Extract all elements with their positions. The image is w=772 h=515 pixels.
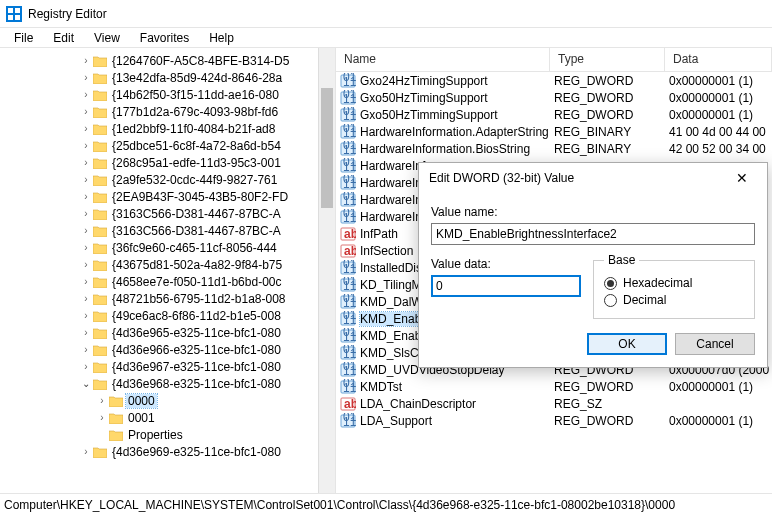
tree-item[interactable]: ›0000	[0, 392, 335, 409]
chevron-right-icon[interactable]: ›	[80, 259, 92, 270]
folder-icon	[108, 394, 124, 408]
value-name-input[interactable]	[431, 223, 755, 245]
menu-view[interactable]: View	[84, 29, 130, 47]
radio-hexadecimal[interactable]: Hexadecimal	[604, 276, 744, 290]
tree-item[interactable]: ›{2a9fe532-0cdc-44f9-9827-761	[0, 171, 335, 188]
chevron-right-icon[interactable]: ›	[80, 174, 92, 185]
value-row[interactable]: 011110Gxo50HzTimingSupportREG_DWORD0x000…	[336, 89, 772, 106]
tree-item[interactable]: ›{25dbce51-6c8f-4a72-8a6d-b54	[0, 137, 335, 154]
chevron-right-icon[interactable]: ›	[80, 242, 92, 253]
chevron-right-icon[interactable]: ›	[96, 412, 108, 423]
tree-item[interactable]: ›{3163C566-D381-4467-87BC-A	[0, 222, 335, 239]
chevron-right-icon[interactable]: ›	[96, 395, 108, 406]
tree-item[interactable]: ›{4d36e966-e325-11ce-bfc1-080	[0, 341, 335, 358]
tree-item[interactable]: ›{43675d81-502a-4a82-9f84-b75	[0, 256, 335, 273]
tree-item[interactable]: ›{4d36e969-e325-11ce-bfc1-080	[0, 443, 335, 460]
folder-icon	[92, 275, 108, 289]
value-name: HardwareInformation.AdapterString	[360, 125, 549, 139]
chevron-right-icon[interactable]: ›	[80, 157, 92, 168]
value-data: 0x00000001 (1)	[665, 414, 772, 428]
folder-icon	[108, 411, 124, 425]
value-data: 0x00000001 (1)	[665, 380, 772, 394]
statusbar: Computer\HKEY_LOCAL_MACHINE\SYSTEM\Contr…	[0, 493, 772, 515]
binary-value-icon: 011110	[340, 328, 356, 344]
tree-item[interactable]: ›{36fc9e60-c465-11cf-8056-444	[0, 239, 335, 256]
chevron-right-icon[interactable]: ›	[80, 55, 92, 66]
tree-pane[interactable]: ›{1264760F-A5C8-4BFE-B314-D5›{13e42dfa-8…	[0, 48, 336, 493]
value-row[interactable]: 011110LDA_SupportREG_DWORD0x00000001 (1)	[336, 412, 772, 429]
tree-item[interactable]: ›{2EA9B43F-3045-43B5-80F2-FD	[0, 188, 335, 205]
radio-decimal[interactable]: Decimal	[604, 293, 744, 307]
tree-item[interactable]: ›{4d36e965-e325-11ce-bfc1-080	[0, 324, 335, 341]
radio-label-dec: Decimal	[623, 293, 666, 307]
chevron-right-icon[interactable]: ›	[80, 276, 92, 287]
menu-help[interactable]: Help	[199, 29, 244, 47]
tree-item[interactable]: ›{14b62f50-3f15-11dd-ae16-080	[0, 86, 335, 103]
tree-item[interactable]: Properties	[0, 426, 335, 443]
value-row[interactable]: abLDA_ChainDescriptorREG_SZ	[336, 395, 772, 412]
chevron-right-icon[interactable]: ›	[80, 225, 92, 236]
binary-value-icon: 011110	[340, 107, 356, 123]
chevron-right-icon[interactable]: ›	[80, 344, 92, 355]
binary-value-icon: 011110	[340, 141, 356, 157]
chevron-right-icon[interactable]: ›	[80, 106, 92, 117]
chevron-right-icon[interactable]: ›	[80, 293, 92, 304]
folder-icon	[92, 241, 108, 255]
col-header-type[interactable]: Type	[550, 48, 665, 71]
tree-item[interactable]: ›{4d36e967-e325-11ce-bfc1-080	[0, 358, 335, 375]
menu-file[interactable]: File	[4, 29, 43, 47]
value-row[interactable]: 011110Gxo50HzTimmingSupportREG_DWORD0x00…	[336, 106, 772, 123]
menu-edit[interactable]: Edit	[43, 29, 84, 47]
radio-icon	[604, 294, 617, 307]
chevron-right-icon[interactable]: ›	[80, 327, 92, 338]
chevron-right-icon[interactable]: ›	[80, 72, 92, 83]
value-data-label: Value data:	[431, 257, 581, 271]
col-header-name[interactable]: Name	[336, 48, 550, 71]
chevron-right-icon[interactable]: ›	[80, 140, 92, 151]
scroll-thumb[interactable]	[321, 88, 333, 208]
tree-item[interactable]: ⌄{4d36e968-e325-11ce-bfc1-080	[0, 375, 335, 392]
chevron-right-icon[interactable]: ›	[80, 310, 92, 321]
tree-item[interactable]: ›{49ce6ac8-6f86-11d2-b1e5-008	[0, 307, 335, 324]
tree-item[interactable]: ›{1ed2bbf9-11f0-4084-b21f-ad8	[0, 120, 335, 137]
value-row[interactable]: 011110HardwareInformation.BiosStringREG_…	[336, 140, 772, 157]
tree-item-label: {25dbce51-6c8f-4a72-8a6d-b54	[110, 139, 283, 153]
chevron-right-icon[interactable]: ›	[80, 89, 92, 100]
value-type: REG_DWORD	[550, 108, 665, 122]
tree-item[interactable]: ›{13e42dfa-85d9-424d-8646-28a	[0, 69, 335, 86]
svg-text:110: 110	[343, 194, 356, 208]
ok-button[interactable]: OK	[587, 333, 667, 355]
value-data: 41 00 4d 00 44 00	[665, 125, 772, 139]
edit-dword-dialog: Edit DWORD (32-bit) Value ✕ Value name: …	[418, 162, 768, 368]
menu-favorites[interactable]: Favorites	[130, 29, 199, 47]
folder-icon	[92, 445, 108, 459]
tree-item[interactable]: ›{48721b56-6795-11d2-b1a8-008	[0, 290, 335, 307]
chevron-right-icon[interactable]: ›	[80, 208, 92, 219]
tree-scrollbar[interactable]	[318, 48, 335, 493]
folder-icon	[92, 139, 108, 153]
tree-item[interactable]: ›{268c95a1-edfe-11d3-95c3-001	[0, 154, 335, 171]
cancel-button[interactable]: Cancel	[675, 333, 755, 355]
titlebar: Registry Editor	[0, 0, 772, 28]
chevron-right-icon[interactable]: ›	[80, 123, 92, 134]
chevron-down-icon[interactable]: ⌄	[80, 378, 92, 389]
close-icon[interactable]: ✕	[727, 163, 757, 193]
chevron-right-icon[interactable]: ›	[80, 191, 92, 202]
tree-item[interactable]: ›{3163C566-D381-4467-87BC-A	[0, 205, 335, 222]
chevron-right-icon[interactable]: ›	[80, 446, 92, 457]
folder-icon	[108, 428, 124, 442]
col-header-data[interactable]: Data	[665, 48, 772, 71]
value-row[interactable]: 011110KMDTstREG_DWORD0x00000001 (1)	[336, 378, 772, 395]
tree-item-label: {1264760F-A5C8-4BFE-B314-D5	[110, 54, 291, 68]
value-row[interactable]: 011110Gxo24HzTimingSupportREG_DWORD0x000…	[336, 72, 772, 89]
dialog-titlebar[interactable]: Edit DWORD (32-bit) Value ✕	[419, 163, 767, 193]
tree-item[interactable]: ›{4658ee7e-f050-11d1-b6bd-00c	[0, 273, 335, 290]
radio-icon	[604, 277, 617, 290]
tree-item-label: {3163C566-D381-4467-87BC-A	[110, 207, 283, 221]
tree-item[interactable]: ›0001	[0, 409, 335, 426]
tree-item[interactable]: ›{1264760F-A5C8-4BFE-B314-D5	[0, 52, 335, 69]
value-data-input[interactable]	[431, 275, 581, 297]
chevron-right-icon[interactable]: ›	[80, 361, 92, 372]
value-row[interactable]: 011110HardwareInformation.AdapterStringR…	[336, 123, 772, 140]
tree-item[interactable]: ›{177b1d2a-679c-4093-98bf-fd6	[0, 103, 335, 120]
